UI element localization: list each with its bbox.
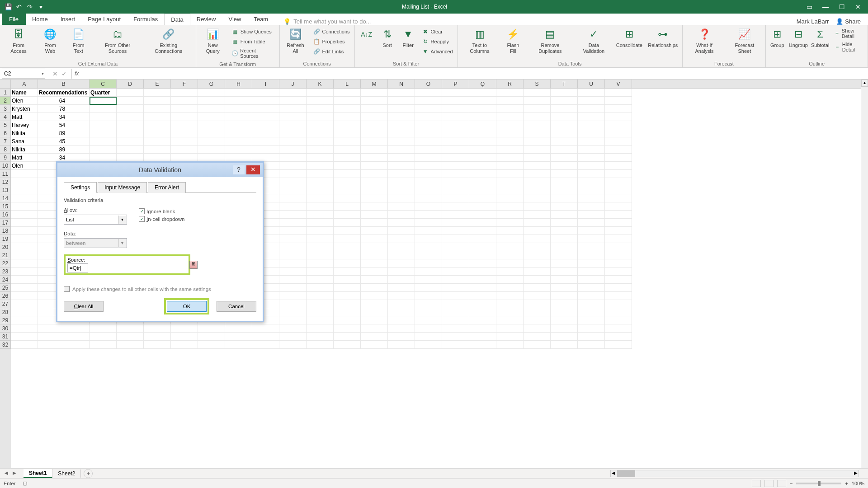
cell-M6[interactable] bbox=[361, 129, 388, 137]
cell-J1[interactable] bbox=[279, 89, 307, 97]
row-header-21[interactable]: 21 bbox=[0, 251, 11, 259]
cell-O10[interactable] bbox=[415, 162, 442, 170]
cell-D8[interactable] bbox=[117, 145, 144, 154]
cell-P12[interactable] bbox=[442, 178, 469, 186]
edit-links-button[interactable]: 🔗Edit Links bbox=[311, 47, 351, 56]
cell-Q5[interactable] bbox=[469, 121, 496, 129]
cell-T10[interactable] bbox=[551, 162, 578, 170]
cell-F7[interactable] bbox=[171, 137, 198, 145]
cell-Q7[interactable] bbox=[469, 137, 496, 145]
cell-C4[interactable] bbox=[90, 113, 117, 121]
cell-A28[interactable] bbox=[11, 308, 38, 316]
cell-L27[interactable] bbox=[334, 300, 361, 308]
cell-V3[interactable] bbox=[605, 105, 632, 113]
row-header-14[interactable]: 14 bbox=[0, 194, 11, 202]
cell-M31[interactable] bbox=[361, 333, 388, 341]
cell-J15[interactable] bbox=[279, 202, 307, 211]
cell-Q17[interactable] bbox=[469, 219, 496, 227]
cell-J8[interactable] bbox=[279, 145, 307, 154]
connections-button[interactable]: 🔗Connections bbox=[311, 27, 351, 36]
cell-P26[interactable] bbox=[442, 292, 469, 300]
cell-M4[interactable] bbox=[361, 113, 388, 121]
cell-T18[interactable] bbox=[551, 227, 578, 235]
row-header-2[interactable]: 2 bbox=[0, 97, 11, 105]
from-text-button[interactable]: 📄From Text bbox=[65, 26, 92, 55]
cell-G7[interactable] bbox=[198, 137, 225, 145]
cell-T15[interactable] bbox=[551, 202, 578, 211]
col-header-I[interactable]: I bbox=[252, 80, 279, 88]
cell-P11[interactable] bbox=[442, 170, 469, 178]
normal-view-icon[interactable] bbox=[752, 480, 761, 487]
cell-M20[interactable] bbox=[361, 243, 388, 251]
cell-T24[interactable] bbox=[551, 276, 578, 284]
cell-P21[interactable] bbox=[442, 251, 469, 259]
cell-N10[interactable] bbox=[388, 162, 415, 170]
cell-J23[interactable] bbox=[279, 267, 307, 276]
cell-U12[interactable] bbox=[578, 178, 605, 186]
cell-S4[interactable] bbox=[524, 113, 551, 121]
cell-Q25[interactable] bbox=[469, 284, 496, 292]
cell-I32[interactable] bbox=[252, 341, 279, 349]
cell-D2[interactable] bbox=[117, 97, 144, 105]
cell-J11[interactable] bbox=[279, 170, 307, 178]
cell-D5[interactable] bbox=[117, 121, 144, 129]
cell-P9[interactable] bbox=[442, 154, 469, 162]
cell-V12[interactable] bbox=[605, 178, 632, 186]
cell-B9[interactable]: 34 bbox=[38, 154, 90, 162]
row-header-30[interactable]: 30 bbox=[0, 324, 11, 333]
cell-T23[interactable] bbox=[551, 267, 578, 276]
cell-O11[interactable] bbox=[415, 170, 442, 178]
cell-B1[interactable]: Recommendations bbox=[38, 89, 90, 97]
cell-K25[interactable] bbox=[307, 284, 334, 292]
cell-P22[interactable] bbox=[442, 259, 469, 267]
cell-I1[interactable] bbox=[252, 89, 279, 97]
cell-P19[interactable] bbox=[442, 235, 469, 243]
cell-B3[interactable]: 78 bbox=[38, 105, 90, 113]
cell-V2[interactable] bbox=[605, 97, 632, 105]
cell-T26[interactable] bbox=[551, 292, 578, 300]
cell-B30[interactable] bbox=[38, 324, 90, 333]
cell-L2[interactable] bbox=[334, 97, 361, 105]
cell-Q30[interactable] bbox=[469, 324, 496, 333]
cell-K26[interactable] bbox=[307, 292, 334, 300]
cell-O4[interactable] bbox=[415, 113, 442, 121]
cell-J12[interactable] bbox=[279, 178, 307, 186]
cell-T11[interactable] bbox=[551, 170, 578, 178]
cell-F9[interactable] bbox=[171, 154, 198, 162]
cancel-button[interactable]: Cancel bbox=[217, 301, 256, 312]
cell-D31[interactable] bbox=[117, 333, 144, 341]
cell-L4[interactable] bbox=[334, 113, 361, 121]
cell-L23[interactable] bbox=[334, 267, 361, 276]
row-header-1[interactable]: 1 bbox=[0, 89, 11, 97]
cell-U28[interactable] bbox=[578, 308, 605, 316]
cell-L14[interactable] bbox=[334, 194, 361, 202]
col-header-H[interactable]: H bbox=[225, 80, 252, 88]
cell-O1[interactable] bbox=[415, 89, 442, 97]
cell-T19[interactable] bbox=[551, 235, 578, 243]
row-header-6[interactable]: 6 bbox=[0, 129, 11, 137]
add-sheet-button[interactable]: + bbox=[84, 469, 93, 478]
cell-U22[interactable] bbox=[578, 259, 605, 267]
row-header-10[interactable]: 10 bbox=[0, 162, 11, 170]
cell-O29[interactable] bbox=[415, 316, 442, 324]
cell-S26[interactable] bbox=[524, 292, 551, 300]
cell-K18[interactable] bbox=[307, 227, 334, 235]
ignore-blank-checkbox[interactable]: ✓ bbox=[139, 208, 145, 214]
cell-K20[interactable] bbox=[307, 243, 334, 251]
cell-D32[interactable] bbox=[117, 341, 144, 349]
cell-O3[interactable] bbox=[415, 105, 442, 113]
cell-G32[interactable] bbox=[198, 341, 225, 349]
cell-M22[interactable] bbox=[361, 259, 388, 267]
cell-Q22[interactable] bbox=[469, 259, 496, 267]
cell-C1[interactable]: Quarter bbox=[90, 89, 117, 97]
cell-S25[interactable] bbox=[524, 284, 551, 292]
minimize-icon[interactable]: — bbox=[821, 2, 830, 11]
cell-Q18[interactable] bbox=[469, 227, 496, 235]
cell-A25[interactable] bbox=[11, 284, 38, 292]
cell-U24[interactable] bbox=[578, 276, 605, 284]
cell-J14[interactable] bbox=[279, 194, 307, 202]
cell-O20[interactable] bbox=[415, 243, 442, 251]
cell-Q13[interactable] bbox=[469, 186, 496, 194]
cell-R8[interactable] bbox=[496, 145, 524, 154]
cell-M15[interactable] bbox=[361, 202, 388, 211]
